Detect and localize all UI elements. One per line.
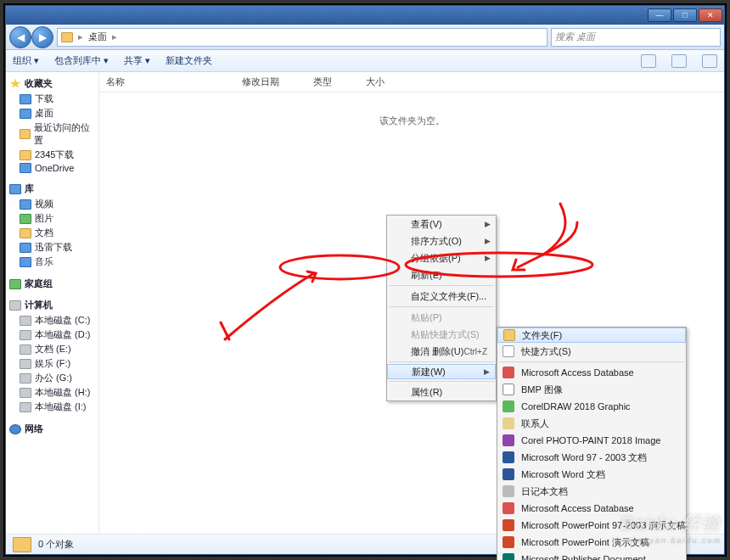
sidebar-item-drive-e[interactable]: 文档 (E:) xyxy=(35,343,71,356)
menu-new[interactable]: 新建(W)▶ xyxy=(387,364,496,379)
help-button[interactable] xyxy=(702,54,717,68)
close-button[interactable]: ✕ xyxy=(699,8,722,22)
forward-button[interactable]: ▶ xyxy=(31,26,53,48)
menu-properties[interactable]: 属性(R) xyxy=(387,384,496,400)
menu-paste: 粘贴(P) xyxy=(387,309,496,326)
menu-group[interactable]: 分组依据(P)▶ xyxy=(387,249,496,266)
file-list-area[interactable]: 名称 修改日期 类型 大小 该文件夹为空。 查看(V)▶ 排序方式(O)▶ 分组… xyxy=(99,72,724,534)
minimize-button[interactable]: — xyxy=(648,8,671,22)
breadcrumb-sep: ▸ xyxy=(78,31,83,42)
watermark: Baidu 经验 jingyan.baidu.com xyxy=(620,511,722,545)
thunder-icon xyxy=(20,243,31,253)
submenu-item-label: BMP 图像 xyxy=(521,384,563,396)
include-in-library-menu[interactable]: 包含到库中 ▾ xyxy=(54,54,109,67)
submenu-item-label: Microsoft Word 文档 xyxy=(521,468,605,481)
organize-menu[interactable]: 组织 ▾ xyxy=(13,54,39,67)
sidebar-favorites-head[interactable]: 收藏夹 xyxy=(25,77,53,90)
nav-bar: ◀ ▶ ▸ 桌面 ▸ 搜索 桌面 xyxy=(6,25,724,50)
sidebar-item-drive-i[interactable]: 本地磁盘 (I:) xyxy=(35,400,87,413)
sidebar-item-downloads[interactable]: 下载 xyxy=(35,92,53,105)
preview-pane-button[interactable] xyxy=(671,54,687,68)
search-input[interactable]: 搜索 桌面 xyxy=(551,28,721,47)
shortcut-icon xyxy=(503,345,514,357)
submenu-item-label: Microsoft Access Database xyxy=(521,503,634,513)
filetype-icon xyxy=(503,451,514,463)
desktop-icon xyxy=(20,109,31,119)
document-icon xyxy=(20,228,31,238)
submenu-folder[interactable]: 文件夹(F) xyxy=(497,328,686,343)
title-bar: — □ ✕ xyxy=(6,6,724,25)
folder-icon xyxy=(13,537,31,552)
sidebar-item-2345[interactable]: 2345下载 xyxy=(35,148,74,161)
menu-refresh[interactable]: 刷新(E) xyxy=(387,266,496,283)
col-type[interactable]: 类型 xyxy=(313,76,332,88)
share-menu[interactable]: 共享 ▾ xyxy=(124,54,150,67)
submenu-item-label: CorelDRAW 2018 Graphic xyxy=(521,401,631,412)
video-icon xyxy=(20,199,31,210)
drive-icon xyxy=(20,344,31,355)
drive-icon xyxy=(20,359,31,369)
column-headers[interactable]: 名称 修改日期 类型 大小 xyxy=(99,72,724,92)
submenu-item-label: Microsoft Word 97 - 2003 文档 xyxy=(521,451,647,464)
menu-view[interactable]: 查看(V)▶ xyxy=(387,216,496,232)
filetype-icon xyxy=(503,417,514,429)
download-icon xyxy=(20,94,31,104)
toolbar: 组织 ▾ 包含到库中 ▾ 共享 ▾ 新建文件夹 xyxy=(6,50,724,72)
sidebar-item-pictures[interactable]: 图片 xyxy=(35,212,53,225)
menu-customize[interactable]: 自定义文件夹(F)... xyxy=(387,288,496,305)
breadcrumb-sep: ▸ xyxy=(112,31,117,42)
view-options-button[interactable] xyxy=(641,54,656,68)
submenu-item[interactable]: Microsoft Word 97 - 2003 文档 xyxy=(497,449,686,466)
maximize-button[interactable]: □ xyxy=(673,8,697,22)
sidebar-item-drive-c[interactable]: 本地磁盘 (C:) xyxy=(35,314,90,327)
sidebar-item-recent[interactable]: 最近访问的位置 xyxy=(34,121,95,147)
sidebar-item-drive-f[interactable]: 娱乐 (F:) xyxy=(35,357,70,370)
sidebar-computer-head[interactable]: 计算机 xyxy=(25,299,53,311)
submenu-item[interactable]: 日记本文档 xyxy=(497,483,686,500)
sidebar-homegroup-head[interactable]: 家庭组 xyxy=(25,277,53,290)
menu-sort[interactable]: 排序方式(O)▶ xyxy=(387,232,496,249)
filetype-icon xyxy=(503,367,514,378)
filetype-icon xyxy=(503,400,514,412)
sidebar-item-drive-h[interactable]: 本地磁盘 (H:) xyxy=(35,386,90,399)
submenu-item[interactable]: BMP 图像 xyxy=(497,381,686,398)
filetype-icon xyxy=(503,519,514,531)
address-bar[interactable]: ▸ 桌面 ▸ xyxy=(57,28,548,47)
submenu-item[interactable]: Microsoft Publisher Document xyxy=(497,551,686,560)
submenu-item[interactable]: Corel PHOTO-PAINT 2018 Image xyxy=(497,432,686,449)
drive-icon xyxy=(20,373,31,384)
submenu-item[interactable]: Microsoft Word 文档 xyxy=(497,466,686,483)
sidebar-network-head[interactable]: 网络 xyxy=(25,423,43,435)
filetype-icon xyxy=(503,434,514,446)
breadcrumb-desktop[interactable]: 桌面 xyxy=(88,31,107,43)
sidebar-item-thunder[interactable]: 迅雷下载 xyxy=(35,241,72,254)
sidebar-item-desktop[interactable]: 桌面 xyxy=(35,107,53,120)
submenu-item[interactable]: Microsoft Access Database xyxy=(497,364,686,381)
filetype-icon xyxy=(503,485,514,497)
col-size[interactable]: 大小 xyxy=(366,76,385,88)
star-icon xyxy=(9,79,21,89)
drive-icon xyxy=(20,402,31,412)
context-menu: 查看(V)▶ 排序方式(O)▶ 分组依据(P)▶ 刷新(E) 自定义文件夹(F)… xyxy=(386,215,497,401)
submenu-item[interactable]: CorelDRAW 2018 Graphic xyxy=(497,398,686,415)
sidebar-item-documents[interactable]: 文档 xyxy=(35,227,53,239)
folder-icon xyxy=(20,150,31,160)
sidebar-item-onedrive[interactable]: OneDrive xyxy=(35,163,74,173)
filetype-icon xyxy=(503,502,514,514)
col-name[interactable]: 名称 xyxy=(106,76,208,88)
folder-icon xyxy=(61,32,73,42)
new-folder-button[interactable]: 新建文件夹 xyxy=(166,54,212,67)
col-date[interactable]: 修改日期 xyxy=(242,76,279,88)
sidebar-item-drive-d[interactable]: 本地磁盘 (D:) xyxy=(35,328,90,341)
menu-undo[interactable]: 撤消 删除(U)Ctrl+Z xyxy=(387,343,496,360)
submenu-shortcut[interactable]: 快捷方式(S) xyxy=(497,343,686,360)
sidebar-item-music[interactable]: 音乐 xyxy=(35,255,53,268)
recent-icon xyxy=(20,129,31,139)
submenu-item-label: 日记本文档 xyxy=(521,485,568,498)
sidebar-libraries-head[interactable]: 库 xyxy=(25,182,34,195)
sidebar-item-video[interactable]: 视频 xyxy=(35,198,53,210)
sidebar-item-drive-g[interactable]: 办公 (G:) xyxy=(35,372,72,384)
navigation-pane: 收藏夹 下载 桌面 最近访问的位置 2345下载 OneDrive 库 视频 图… xyxy=(6,72,99,534)
submenu-item[interactable]: 联系人 xyxy=(497,415,686,432)
back-button[interactable]: ◀ xyxy=(9,26,31,48)
